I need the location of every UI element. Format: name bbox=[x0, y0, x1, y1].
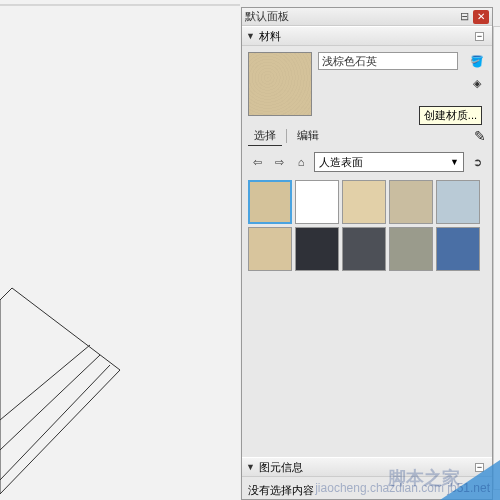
material-swatch[interactable] bbox=[389, 180, 433, 224]
material-name-field[interactable]: 浅棕色石英 bbox=[318, 52, 458, 70]
tray-resize-strip[interactable] bbox=[493, 26, 500, 490]
materials-body: 浅棕色石英 🪣 ◈ 创建材质... 选择 编辑 ✎ ⇦ ⇨ ⌂ 人造表面 ▼ ➲ bbox=[242, 46, 492, 476]
collapse-icon: ▼ bbox=[246, 462, 255, 472]
material-preview[interactable] bbox=[248, 52, 312, 116]
material-swatch[interactable] bbox=[436, 180, 480, 224]
material-swatch[interactable] bbox=[342, 180, 386, 224]
default-tray-panel: 默认面板 ⊟ ✕ ▼ 材料 − 浅棕色石英 🪣 ◈ 创建材质... 选择 编辑 … bbox=[241, 7, 493, 500]
material-swatch[interactable] bbox=[436, 227, 480, 271]
svg-line-1 bbox=[0, 355, 100, 450]
panel-title: 默认面板 bbox=[245, 9, 455, 24]
home-icon[interactable]: ⌂ bbox=[292, 153, 310, 171]
entity-info-status: 没有选择内容 bbox=[248, 484, 314, 496]
materials-label: 材料 bbox=[259, 29, 281, 44]
tab-edit[interactable]: 编辑 bbox=[291, 126, 325, 146]
entity-info-label: 图元信息 bbox=[259, 460, 303, 475]
material-tabs: 选择 编辑 ✎ bbox=[248, 126, 486, 146]
tab-separator bbox=[286, 129, 287, 143]
tab-select[interactable]: 选择 bbox=[248, 126, 282, 146]
material-swatch[interactable] bbox=[342, 227, 386, 271]
svg-line-0 bbox=[0, 345, 90, 420]
material-swatch[interactable] bbox=[295, 180, 339, 224]
create-material-icon[interactable]: ◈ bbox=[468, 74, 486, 92]
svg-line-2 bbox=[0, 365, 110, 480]
swatch-grid bbox=[248, 180, 486, 271]
viewport-3d[interactable] bbox=[0, 0, 240, 500]
materials-section-header[interactable]: ▼ 材料 − bbox=[242, 26, 492, 46]
collapse-icon: ▼ bbox=[246, 31, 255, 41]
category-dropdown[interactable]: 人造表面 ▼ bbox=[314, 152, 464, 172]
close-icon[interactable]: ✕ bbox=[473, 10, 489, 24]
material-swatch[interactable] bbox=[295, 227, 339, 271]
paint-bucket-icon[interactable]: 🪣 bbox=[468, 52, 486, 70]
nav-forward-icon[interactable]: ⇨ bbox=[270, 153, 288, 171]
nav-back-icon[interactable]: ⇦ bbox=[248, 153, 266, 171]
material-swatch[interactable] bbox=[248, 180, 292, 224]
chevron-down-icon: ▼ bbox=[450, 157, 459, 167]
pin-icon[interactable]: ⊟ bbox=[456, 10, 472, 24]
panel-titlebar[interactable]: 默认面板 ⊟ ✕ bbox=[242, 8, 492, 26]
material-swatch[interactable] bbox=[248, 227, 292, 271]
eyedropper-icon[interactable]: ✎ bbox=[474, 128, 486, 144]
category-value: 人造表面 bbox=[319, 155, 363, 170]
tooltip-create-material: 创建材质... bbox=[419, 106, 482, 125]
library-nav: ⇦ ⇨ ⌂ 人造表面 ▼ ➲ bbox=[248, 152, 486, 172]
watermark-url: jiaocheng.chazdian.com jb51.net bbox=[315, 481, 490, 495]
minimize-icon[interactable]: − bbox=[475, 32, 484, 41]
details-menu-icon[interactable]: ➲ bbox=[468, 153, 486, 171]
material-swatch[interactable] bbox=[389, 227, 433, 271]
